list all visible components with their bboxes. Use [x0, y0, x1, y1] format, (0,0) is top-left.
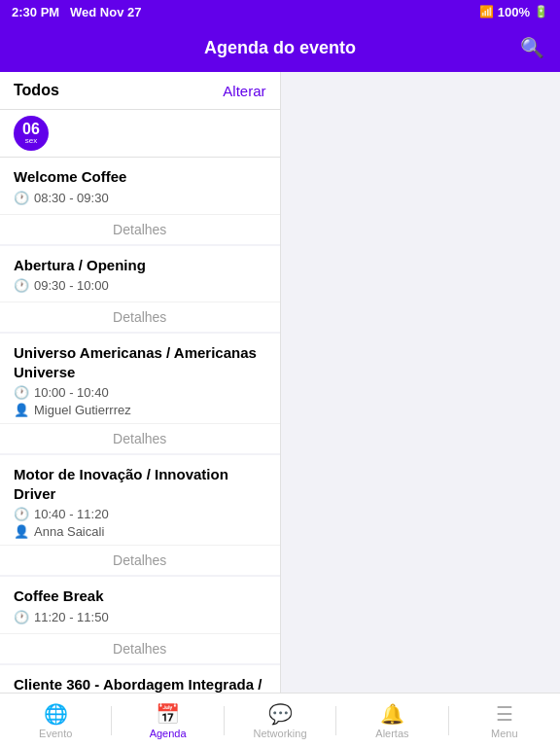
agenda-item-time: 🕐08:30 - 09:30	[14, 191, 266, 205]
nav-icon-alertas: 🔔	[380, 702, 404, 726]
nav-item-evento[interactable]: 🌐Evento	[0, 702, 111, 739]
filter-label: Todos	[14, 82, 59, 99]
person-icon: 👤	[14, 524, 29, 539]
date-badge: 06 sex	[14, 116, 49, 151]
clock-icon: 🕐	[14, 507, 29, 521]
agenda-details-row[interactable]: Detalhes	[0, 423, 280, 453]
clock-icon: 🕐	[14, 191, 29, 205]
nav-item-alertas[interactable]: 🔔Alertas	[336, 702, 447, 739]
agenda-item-content: Welcome Coffee🕐08:30 - 09:30	[0, 158, 280, 214]
details-link[interactable]: Detalhes	[113, 431, 166, 446]
left-panel: Todos Alterar 06 sex Welcome Coffee🕐08:3…	[0, 72, 281, 693]
clock-icon: 🕐	[14, 610, 29, 624]
bottom-nav: 🌐Evento📅Agenda💬Networking🔔Alertas☰Menu	[0, 693, 560, 747]
status-date: Wed Nov 27	[70, 5, 141, 19]
nav-label-agenda: Agenda	[150, 728, 187, 739]
person-icon: 👤	[14, 403, 29, 417]
nav-label-evento: Evento	[39, 728, 72, 739]
agenda-item: Universo Americanas / Americanas Univers…	[0, 334, 280, 453]
status-right: 📶 100% 🔋	[479, 5, 548, 19]
agenda-item-speaker: 👤Anna Saicali	[14, 524, 266, 539]
agenda-item-content: Coffee Break🕐11:20 - 11:50	[0, 577, 280, 633]
date-daylabel: sex	[25, 137, 37, 145]
clock-icon: 🕐	[14, 278, 29, 293]
details-link[interactable]: Detalhes	[113, 552, 166, 568]
agenda-details-row[interactable]: Detalhes	[0, 302, 280, 332]
agenda-item: Welcome Coffee🕐08:30 - 09:30Detalhes	[0, 158, 280, 244]
agenda-item-content: Universo Americanas / Americanas Univers…	[0, 334, 280, 423]
agenda-item-title: Coffee Break	[14, 587, 266, 606]
status-bar: 2:30 PM Wed Nov 27 📶 100% 🔋	[0, 0, 560, 23]
right-panel	[281, 72, 561, 693]
search-icon: 🔍	[520, 37, 544, 58]
speaker-name: Anna Saicali	[34, 524, 104, 539]
agenda-item: Motor de Inovação / Innovation Driver🕐10…	[0, 455, 280, 575]
date-badge-row: 06 sex	[0, 110, 280, 158]
agenda-item-content: Motor de Inovação / Innovation Driver🕐10…	[0, 455, 280, 545]
status-time: 2:30 PM	[12, 5, 59, 19]
agenda-time-text: 10:40 - 11:20	[34, 507, 109, 521]
agenda-item: Abertura / Opening🕐09:30 - 10:00Detalhes	[0, 246, 280, 333]
agenda-item-title: Universo Americanas / Americanas Univers…	[14, 343, 266, 381]
wifi-icon: 📶	[479, 5, 494, 18]
main-content: Todos Alterar 06 sex Welcome Coffee🕐08:3…	[0, 72, 560, 693]
agenda-item-time: 🕐09:30 - 10:00	[14, 278, 266, 293]
agenda-item-time: 🕐11:20 - 11:50	[14, 610, 266, 624]
nav-item-networking[interactable]: 💬Networking	[225, 702, 335, 739]
agenda-item-content: Abertura / Opening🕐09:30 - 10:00	[0, 246, 280, 302]
agenda-item-title: Abertura / Opening	[14, 256, 266, 275]
agenda-details-row[interactable]: Detalhes	[0, 545, 280, 575]
details-link[interactable]: Detalhes	[113, 641, 166, 657]
battery-percentage: 100%	[498, 5, 530, 19]
search-button[interactable]: 🔍	[520, 36, 544, 59]
agenda-details-row[interactable]: Detalhes	[0, 633, 280, 663]
agenda-item-speaker: 👤Miguel Gutierrrez	[14, 403, 266, 417]
nav-icon-menu: ☰	[496, 702, 513, 726]
details-link[interactable]: Detalhes	[113, 222, 166, 237]
app-header: Agenda do evento 🔍	[0, 23, 560, 72]
agenda-item-title: Cliente 360 - Abordagem Integrada / Clie…	[14, 675, 266, 694]
agenda-item-title: Motor de Inovação / Innovation Driver	[14, 465, 266, 503]
agenda-time-text: 10:00 - 10:40	[34, 385, 109, 400]
nav-label-alertas: Alertas	[375, 728, 408, 739]
agenda-item-content: Cliente 360 - Abordagem Integrada / Clie…	[0, 665, 280, 694]
agenda-item: Cliente 360 - Abordagem Integrada / Clie…	[0, 665, 280, 694]
agenda-item-time: 🕐10:40 - 11:20	[14, 507, 266, 521]
nav-label-networking: Networking	[254, 728, 307, 739]
status-time-date: 2:30 PM Wed Nov 27	[12, 5, 141, 19]
header-title: Agenda do evento	[204, 38, 356, 58]
battery-icon: 🔋	[534, 5, 548, 18]
nav-item-agenda[interactable]: 📅Agenda	[112, 702, 223, 739]
agenda-details-row[interactable]: Detalhes	[0, 214, 280, 244]
agenda-item-time: 🕐10:00 - 10:40	[14, 385, 266, 400]
agenda-time-text: 09:30 - 10:00	[34, 278, 109, 293]
clock-icon: 🕐	[14, 385, 29, 400]
nav-label-menu: Menu	[491, 728, 518, 739]
nav-item-menu[interactable]: ☰Menu	[449, 702, 560, 739]
nav-icon-networking: 💬	[268, 702, 293, 726]
nav-icon-agenda: 📅	[156, 702, 180, 726]
filter-row: Todos Alterar	[0, 72, 280, 110]
filter-action[interactable]: Alterar	[223, 83, 265, 99]
speaker-name: Miguel Gutierrrez	[34, 403, 131, 417]
date-day: 06	[22, 122, 40, 137]
agenda-time-text: 11:20 - 11:50	[34, 610, 109, 624]
agenda-item: Coffee Break🕐11:20 - 11:50Detalhes	[0, 577, 280, 663]
details-link[interactable]: Detalhes	[113, 309, 166, 325]
agenda-list[interactable]: Welcome Coffee🕐08:30 - 09:30DetalhesAber…	[0, 158, 280, 693]
agenda-time-text: 08:30 - 09:30	[34, 191, 109, 205]
nav-icon-evento: 🌐	[44, 702, 68, 726]
agenda-item-title: Welcome Coffee	[14, 167, 266, 187]
